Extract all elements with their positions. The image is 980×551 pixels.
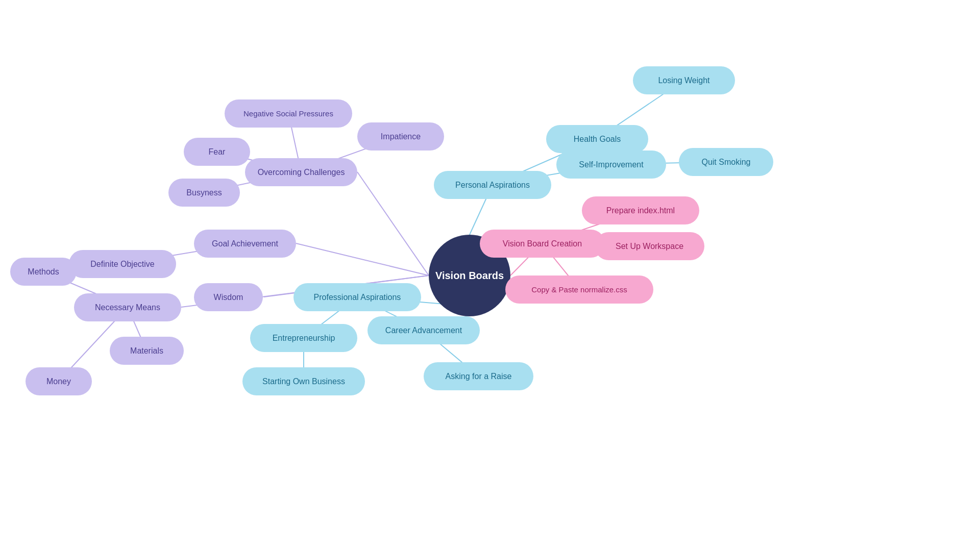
health-goals-node[interactable]: Health Goals xyxy=(546,125,648,153)
health-label: Health Goals xyxy=(574,135,621,144)
impatience-label: Impatience xyxy=(381,132,421,141)
professional-aspirations-node[interactable]: Professional Aspirations xyxy=(293,283,421,311)
self-label: Self-Improvement xyxy=(579,160,643,169)
materials-node[interactable]: Materials xyxy=(110,337,184,365)
definite-label: Definite Objective xyxy=(90,260,154,269)
professional-label: Professional Aspirations xyxy=(314,293,401,302)
self-improvement-node[interactable]: Self-Improvement xyxy=(556,151,666,179)
definite-objective-node[interactable]: Definite Objective xyxy=(69,250,176,278)
center-label: Vision Boards xyxy=(435,270,504,282)
overcoming-label: Overcoming Challenges xyxy=(258,168,345,177)
necessary-means-node[interactable]: Necessary Means xyxy=(74,293,181,321)
vbc-label: Vision Board Creation xyxy=(503,239,582,248)
impatience-node[interactable]: Impatience xyxy=(357,122,444,151)
money-label: Money xyxy=(46,377,71,386)
vision-board-creation-node[interactable]: Vision Board Creation xyxy=(480,230,605,258)
goal-label: Goal Achievement xyxy=(212,239,278,248)
goal-achievement-node[interactable]: Goal Achievement xyxy=(194,230,296,258)
losing-weight-node[interactable]: Losing Weight xyxy=(633,66,735,94)
wisdom-node[interactable]: Wisdom xyxy=(194,283,263,311)
quit-label: Quit Smoking xyxy=(701,158,750,167)
asking-label: Asking for a Raise xyxy=(446,372,512,381)
setup-workspace-node[interactable]: Set Up Workspace xyxy=(595,232,704,260)
svg-line-5 xyxy=(296,243,429,276)
busyness-label: Busyness xyxy=(186,188,222,197)
svg-line-0 xyxy=(357,172,429,276)
setup-label: Set Up Workspace xyxy=(616,242,683,251)
prepare-index-node[interactable]: Prepare index.html xyxy=(582,196,699,224)
career-label: Career Advancement xyxy=(385,326,462,335)
entrepreneurship-node[interactable]: Entrepreneurship xyxy=(250,324,357,352)
busyness-node[interactable]: Busyness xyxy=(168,179,240,207)
starting-label: Starting Own Business xyxy=(262,377,345,386)
prepare-label: Prepare index.html xyxy=(606,206,675,215)
personal-aspirations-node[interactable]: Personal Aspirations xyxy=(434,171,551,199)
money-node[interactable]: Money xyxy=(26,367,92,395)
wisdom-label: Wisdom xyxy=(214,293,243,302)
starting-own-business-node[interactable]: Starting Own Business xyxy=(242,367,365,395)
materials-label: Materials xyxy=(130,346,163,356)
fear-label: Fear xyxy=(209,147,226,157)
fear-node[interactable]: Fear xyxy=(184,138,250,166)
copy-label: Copy & Paste normalize.css xyxy=(531,285,627,294)
methods-node[interactable]: Methods xyxy=(10,258,77,286)
copy-paste-normalize-node[interactable]: Copy & Paste normalize.css xyxy=(505,276,653,304)
negative-social-pressures-node[interactable]: Negative Social Pressures xyxy=(225,99,352,128)
asking-for-raise-node[interactable]: Asking for a Raise xyxy=(424,362,533,390)
losing-label: Losing Weight xyxy=(658,76,709,85)
career-advancement-node[interactable]: Career Advancement xyxy=(368,316,480,344)
entrepreneurship-label: Entrepreneurship xyxy=(273,334,335,343)
nsp-label: Negative Social Pressures xyxy=(243,109,333,118)
necessary-label: Necessary Means xyxy=(95,303,160,312)
quit-smoking-node[interactable]: Quit Smoking xyxy=(679,148,773,176)
overcoming-challenges-node[interactable]: Overcoming Challenges xyxy=(245,158,357,186)
methods-label: Methods xyxy=(28,267,59,277)
personal-label: Personal Aspirations xyxy=(455,181,530,190)
